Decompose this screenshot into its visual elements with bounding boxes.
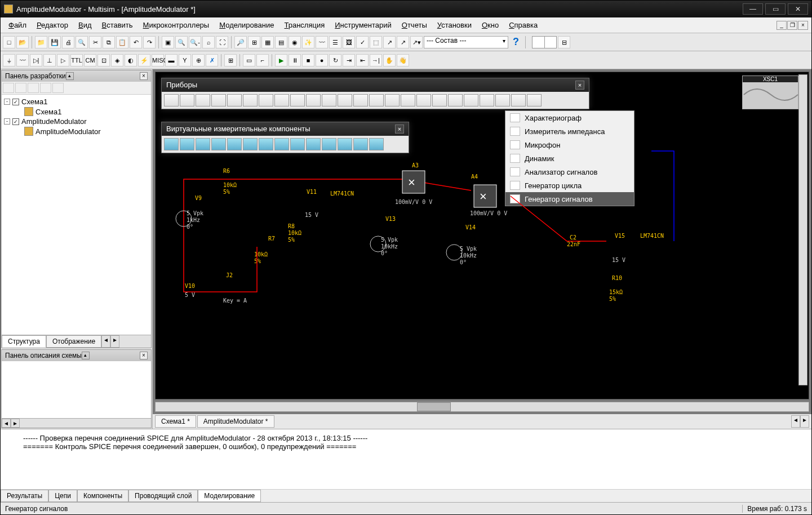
panel-close-icon[interactable]: × <box>140 72 148 80</box>
schematic-canvas[interactable]: XSC1 Приборы× Виртуальные измерительные … <box>155 72 809 399</box>
toggle-icon[interactable]: ⊟ <box>558 36 570 48</box>
instrument-icon[interactable] <box>196 94 210 106</box>
desc-tab-right[interactable]: ▸ <box>11 419 20 428</box>
hand-icon[interactable]: ✋ <box>383 54 396 66</box>
instrument-icon[interactable] <box>259 94 273 106</box>
electromech-icon[interactable]: ⊕ <box>192 54 205 66</box>
open-design-icon[interactable] <box>15 83 26 93</box>
select-icon[interactable]: ⬚ <box>370 36 382 48</box>
menu-Справка[interactable]: Справка <box>504 20 542 30</box>
instrument-icon[interactable] <box>290 94 305 106</box>
tree-node[interactable]: -✓AmplitudeModulator <box>4 117 149 126</box>
tab-left[interactable]: ◂ <box>101 335 110 348</box>
step4-icon[interactable]: →| <box>370 54 382 66</box>
indicator-icon[interactable]: ◐ <box>125 54 137 66</box>
list-icon[interactable]: ☰ <box>329 36 341 48</box>
new-icon[interactable]: □ <box>3 36 15 48</box>
run-icon[interactable]: ▶ <box>275 54 287 66</box>
resistor-icon[interactable]: 〰 <box>16 54 29 66</box>
undo-icon[interactable]: ↶ <box>130 36 142 48</box>
tab-structure[interactable]: Структура <box>2 335 46 348</box>
zoomin-icon[interactable]: 🔍+ <box>175 36 188 48</box>
redo-icon[interactable]: ↷ <box>143 36 156 48</box>
scope-icon[interactable]: 〰 <box>316 36 328 48</box>
vcomp-icon[interactable] <box>227 138 242 150</box>
oscilloscope-widget[interactable]: XSC1 <box>742 76 798 109</box>
ttl-icon[interactable]: TTL <box>70 54 83 66</box>
minimize-button[interactable]: — <box>743 3 763 15</box>
menu-Трансляция[interactable]: Трансляция <box>279 20 329 30</box>
menu-item[interactable]: Измеритель импеданса <box>505 125 634 138</box>
instrument-icon[interactable] <box>416 94 431 106</box>
diode-icon[interactable]: ▷| <box>30 54 42 66</box>
instrument-icon[interactable] <box>180 94 194 106</box>
panel-close-icon[interactable]: × <box>140 352 148 359</box>
vcomp-icon[interactable] <box>369 138 384 150</box>
pin-icon[interactable]: ▴ <box>82 352 90 359</box>
misc2-icon[interactable]: MISC <box>152 54 164 66</box>
step1-icon[interactable]: ↻ <box>329 54 341 66</box>
menu-Моделирование[interactable]: Моделирование <box>215 20 278 30</box>
openproj-icon[interactable]: 📁 <box>35 36 47 48</box>
instruments-toolbar[interactable]: Приборы× <box>161 78 589 109</box>
menu-item[interactable]: Генератор цикла <box>505 179 634 192</box>
record-icon[interactable]: ● <box>316 54 328 66</box>
db-icon[interactable]: ▦ <box>261 36 274 48</box>
export3-icon[interactable]: ↗▾ <box>410 36 423 48</box>
tree-toggle[interactable]: - <box>4 99 10 105</box>
instrument-icon[interactable] <box>385 94 400 106</box>
zoomarea-icon[interactable]: ⌕ <box>202 36 215 48</box>
tree-node[interactable]: Схема1 <box>4 106 149 117</box>
virtual-components-toolbar[interactable]: Виртуальные измерительные компоненты× <box>161 122 409 153</box>
export1-icon[interactable]: ↗ <box>383 36 396 48</box>
menu-item[interactable]: Микрофон <box>505 138 634 152</box>
vcomp-icon[interactable] <box>338 138 352 150</box>
vcomp-icon[interactable] <box>196 138 210 150</box>
wand-icon[interactable]: ✨ <box>302 36 314 48</box>
simulate-switch[interactable] <box>532 36 557 48</box>
instrument-icon[interactable] <box>527 94 542 106</box>
transistor-icon[interactable]: ⊥ <box>43 54 56 66</box>
place-icon[interactable]: ⊞ <box>248 36 260 48</box>
mdi-minimize[interactable]: _ <box>776 21 787 30</box>
menu-Вставить[interactable]: Вставить <box>97 20 137 30</box>
print-icon[interactable]: 🖨 <box>62 36 74 48</box>
design-tree[interactable]: -✓Схема1Схема1-✓AmplitudeModulatorAmplit… <box>2 95 151 335</box>
pin-icon[interactable]: ▴ <box>66 72 74 80</box>
instrument-icon[interactable] <box>274 94 289 106</box>
help-icon[interactable]: ? <box>509 36 522 48</box>
menu-Инструментарий[interactable]: Инструментарий <box>330 20 396 30</box>
instrument-icon[interactable] <box>432 94 447 106</box>
instrument-dropdown-menu[interactable]: ХарактериографИзмеритель импедансаМикроф… <box>505 110 634 206</box>
connector-icon[interactable]: ▬ <box>165 54 178 66</box>
open-icon[interactable]: 📂 <box>16 36 29 48</box>
doc-tab-ampmod[interactable]: AmplitudeModulator * <box>197 415 274 428</box>
instrument-icon[interactable] <box>401 94 415 106</box>
vcomp-icon[interactable] <box>322 138 336 150</box>
menu-Вид[interactable]: Вид <box>74 20 96 30</box>
doctab-right[interactable]: ▸ <box>800 415 809 428</box>
output-tab[interactable]: Результаты <box>1 490 48 502</box>
close-icon[interactable]: × <box>575 81 584 90</box>
mdi-restore[interactable]: ❐ <box>787 21 797 30</box>
menu-Отчеты[interactable]: Отчеты <box>397 20 432 30</box>
pause-icon[interactable]: ⏸ <box>289 54 301 66</box>
tree-node[interactable]: -✓Схема1 <box>4 97 149 106</box>
instrument-icon[interactable] <box>511 94 526 106</box>
maximize-button[interactable]: ▭ <box>765 3 786 15</box>
menu-Окно[interactable]: Окно <box>477 20 503 30</box>
vcomp-icon[interactable] <box>211 138 226 150</box>
stop-icon[interactable]: ■ <box>302 54 314 66</box>
output-tab[interactable]: Проводящий слой <box>128 490 198 502</box>
menu-item[interactable]: Генератор сигналов <box>505 192 634 206</box>
instrument-icon[interactable] <box>464 94 478 106</box>
output-tab[interactable]: Компоненты <box>77 490 128 502</box>
power-icon[interactable]: ⚡ <box>138 54 150 66</box>
close-icon[interactable]: × <box>395 125 404 134</box>
fullscreen-icon[interactable]: ▣ <box>162 36 174 48</box>
mdi-close[interactable]: × <box>798 21 808 30</box>
misc1-icon[interactable]: ⊡ <box>97 54 110 66</box>
instrument-icon[interactable] <box>495 94 510 106</box>
instrument-icon[interactable] <box>322 94 336 106</box>
cmos-icon[interactable]: CM <box>84 54 96 66</box>
